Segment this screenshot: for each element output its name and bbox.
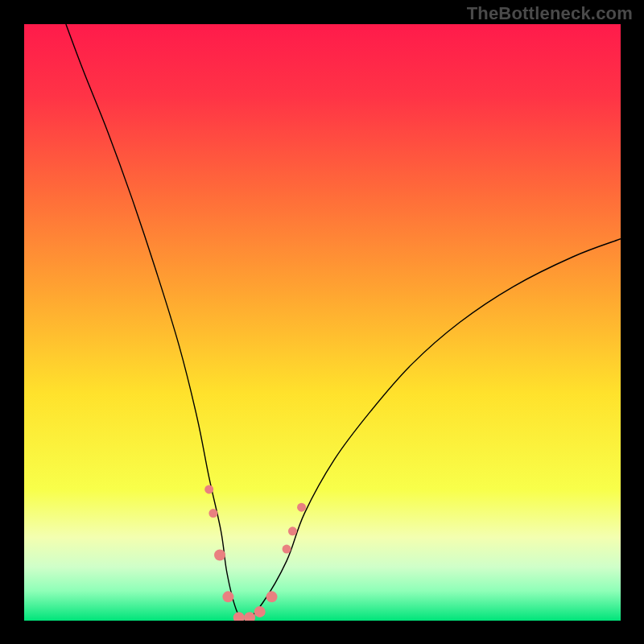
bottleneck-curve (66, 24, 621, 621)
highlight-point (283, 545, 291, 554)
highlight-point (233, 612, 245, 621)
highlight-point (222, 591, 233, 602)
highlight-point (214, 549, 225, 560)
highlight-markers (204, 485, 306, 621)
highlight-point (297, 503, 306, 512)
curve-layer (24, 24, 621, 621)
highlight-point (266, 591, 278, 602)
chart-frame: TheBottleneck.com (0, 0, 644, 644)
watermark-text: TheBottleneck.com (467, 3, 633, 24)
highlight-point (254, 606, 266, 617)
highlight-point (244, 612, 255, 621)
highlight-point (208, 509, 217, 518)
highlight-point (288, 526, 297, 535)
highlight-point (204, 485, 213, 493)
plot-area (24, 24, 621, 621)
